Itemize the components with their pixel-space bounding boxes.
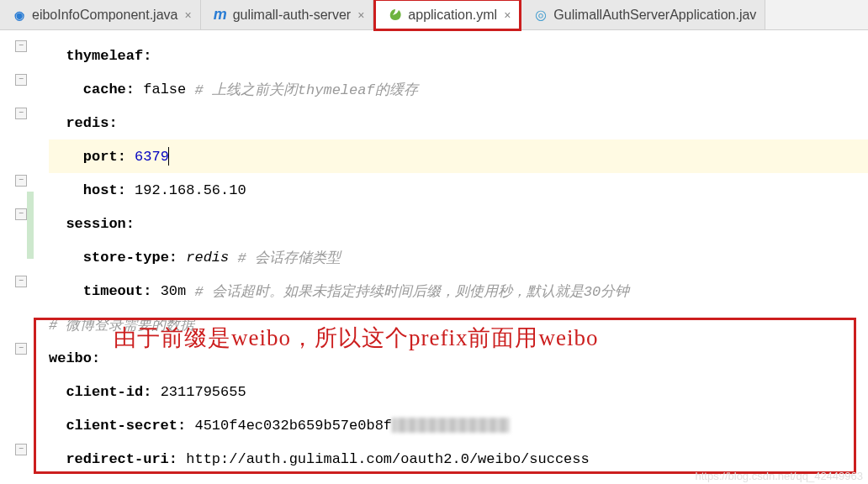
code-area[interactable]: thymeleaf: cache: false # 上线之前关闭thymelea… (49, 39, 868, 476)
yaml-key: port (83, 149, 118, 165)
maven-icon: m (213, 8, 228, 23)
fold-icon[interactable]: − (15, 276, 27, 287)
yaml-value: 192.168.56.10 (135, 182, 246, 198)
code-editor[interactable]: − − − − − − − − thymeleaf: cache: false … (0, 30, 868, 476)
yaml-comment: # 会话存储类型 (237, 248, 340, 267)
yaml-key: thymeleaf (66, 48, 143, 64)
yaml-value: http://auth.gulimall.com/oauth2.0/weibo/… (186, 451, 589, 467)
yaml-value: 30m (161, 283, 187, 299)
yaml-key: cache (83, 82, 126, 97)
tab-bar: ◉ eiboInfoComponent.java × m gulimall-au… (0, 0, 868, 30)
gutter: − − − − − − − − (0, 39, 42, 476)
redacted-text (392, 418, 510, 433)
text-cursor (168, 147, 169, 166)
springboot-icon: ◎ (533, 8, 548, 23)
tab-label: eiboInfoComponent.java (32, 8, 177, 23)
yaml-value: 4510f4ec032b659b57e0b8f (194, 418, 392, 434)
fold-icon[interactable]: − (15, 208, 27, 220)
close-icon[interactable]: × (504, 8, 511, 22)
yaml-value: false (143, 82, 186, 97)
yaml-key: redis (66, 115, 108, 131)
fold-icon[interactable]: − (15, 444, 27, 455)
annotation-text: 由于前缀是weibo，所以这个prefix前面用weibo (114, 323, 598, 353)
fold-icon[interactable]: − (15, 40, 27, 52)
yaml-key: redirect-uri (66, 451, 168, 467)
tab-application-java[interactable]: ◎ GulimallAuthServerApplication.jav (521, 0, 765, 29)
fold-icon[interactable]: − (15, 74, 27, 86)
fold-icon[interactable]: − (15, 108, 27, 119)
yaml-comment: # 上线之前关闭thymeleaf的缓存 (194, 80, 417, 99)
yaml-key: client-secret (66, 418, 177, 434)
yaml-value: 6379 (135, 149, 169, 165)
tab-label: gulimall-auth-server (233, 8, 352, 23)
fold-icon[interactable]: − (15, 175, 27, 187)
yaml-key: session (66, 216, 125, 232)
yaml-comment: # 会话超时。如果未指定持续时间后缀，则使用秒，默认就是30分钟 (194, 281, 629, 301)
tab-application-yml[interactable]: application.yml × (373, 0, 521, 31)
close-icon[interactable]: × (184, 8, 191, 22)
yaml-key: weibo (49, 350, 92, 366)
close-icon[interactable]: × (357, 8, 364, 22)
java-class-icon: ◉ (12, 8, 27, 23)
tab-label: application.yml (408, 8, 497, 23)
fold-icon[interactable]: − (15, 343, 27, 355)
watermark: https://blog.csdn.net/qq_42449963 (696, 470, 864, 482)
yaml-key: client-id (66, 384, 143, 400)
yaml-key: host (83, 182, 118, 198)
yaml-value: 2311795655 (161, 384, 246, 400)
tab-label: GulimallAuthServerApplication.jav (553, 8, 756, 23)
tab-weiboinfo[interactable]: ◉ eiboInfoComponent.java × (0, 0, 201, 29)
yaml-value: redis (186, 250, 229, 266)
yaml-key: store-type (83, 250, 169, 266)
tab-authserver[interactable]: m gulimall-auth-server × (201, 0, 374, 29)
yaml-key: timeout (83, 283, 143, 299)
spring-leaf-icon (388, 8, 403, 23)
